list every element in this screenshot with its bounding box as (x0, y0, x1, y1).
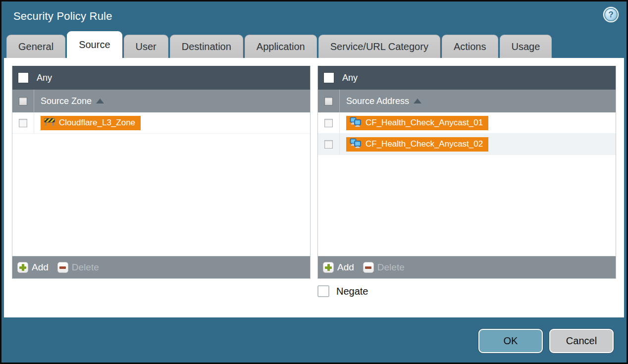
negate-checkbox[interactable] (317, 285, 329, 297)
plus-icon (17, 262, 28, 273)
tab-destination[interactable]: Destination (170, 35, 243, 58)
source-address-panel: Any Source Address (317, 66, 616, 279)
tab-usage[interactable]: Usage (500, 35, 552, 58)
source-address-select-all-checkbox[interactable] (324, 97, 333, 105)
dialog-footer: OK Cancel (1, 317, 627, 363)
source-address-entry-label: CF_Health_Check_Anycast_02 (366, 139, 483, 149)
source-address-entry[interactable]: CF_Health_Check_Anycast_02 (346, 137, 488, 152)
source-zone-row-checkbox[interactable] (19, 119, 27, 127)
source-zone-select-all-checkbox[interactable] (19, 97, 27, 105)
tab-general[interactable]: General (6, 35, 65, 58)
plus-icon (323, 262, 334, 273)
source-zone-column-title: Source Zone (41, 96, 92, 106)
tab-service-url-category[interactable]: Service/URL Category (318, 35, 440, 58)
source-address-list: CF_Health_Check_Anycast_01 (318, 112, 616, 256)
source-zone-column-header[interactable]: Source Zone (12, 90, 310, 112)
source-zone-list: Cloudflare_L3_Zone (12, 112, 310, 256)
source-address-entry[interactable]: CF_Health_Check_Anycast_01 (346, 116, 488, 130)
security-policy-rule-dialog: Security Policy Rule ? General Source Us… (0, 0, 628, 364)
source-address-delete-button[interactable]: Delete (363, 262, 405, 273)
source-address-column-header[interactable]: Source Address (318, 90, 616, 112)
sort-ascending-icon[interactable] (96, 99, 104, 104)
negate-row: Negate (12, 285, 616, 297)
zone-icon (44, 117, 55, 129)
table-row: CF_Health_Check_Anycast_02 (318, 134, 616, 155)
tab-application[interactable]: Application (245, 35, 317, 58)
source-address-add-button[interactable]: Add (323, 262, 354, 273)
negate-label: Negate (336, 286, 368, 297)
source-address-column-title: Source Address (346, 96, 409, 106)
dialog-title: Security Policy Rule (13, 10, 112, 23)
source-address-footer: Add Delete (318, 256, 616, 278)
minus-icon (57, 262, 68, 273)
source-address-any-header: Any (318, 66, 616, 90)
sort-ascending-icon[interactable] (414, 99, 421, 104)
source-tab-content: Any Source Zone (4, 58, 624, 317)
titlebar: Security Policy Rule ? (1, 1, 627, 31)
source-address-row-checkbox[interactable] (324, 140, 333, 149)
source-zone-entry[interactable]: Cloudflare_L3_Zone (41, 116, 141, 130)
source-zone-footer: Add Delete (12, 256, 310, 278)
table-row: CF_Health_Check_Anycast_01 (318, 112, 616, 134)
source-zone-add-button[interactable]: Add (17, 262, 49, 273)
source-address-entry-label: CF_Health_Check_Anycast_01 (366, 118, 483, 128)
ok-button[interactable]: OK (478, 329, 543, 353)
table-row: Cloudflare_L3_Zone (12, 112, 310, 134)
source-address-any-checkbox[interactable] (323, 72, 334, 83)
address-icon (350, 117, 362, 129)
source-zone-any-header: Any (12, 66, 310, 90)
source-zone-any-label: Any (37, 73, 52, 83)
source-zone-any-checkbox[interactable] (18, 72, 29, 83)
source-zone-delete-button[interactable]: Delete (57, 262, 99, 273)
help-icon[interactable]: ? (604, 8, 618, 21)
source-address-any-label: Any (342, 73, 358, 83)
tab-user[interactable]: User (124, 35, 168, 58)
cancel-button[interactable]: Cancel (549, 329, 614, 353)
tab-actions[interactable]: Actions (442, 35, 498, 58)
tab-bar: General Source User Destination Applicat… (1, 31, 627, 58)
source-zone-entry-label: Cloudflare_L3_Zone (59, 118, 135, 128)
tab-source[interactable]: Source (67, 31, 122, 58)
address-icon (350, 138, 362, 151)
source-address-row-checkbox[interactable] (324, 119, 333, 127)
source-zone-panel: Any Source Zone (12, 66, 311, 279)
minus-icon (363, 262, 374, 273)
